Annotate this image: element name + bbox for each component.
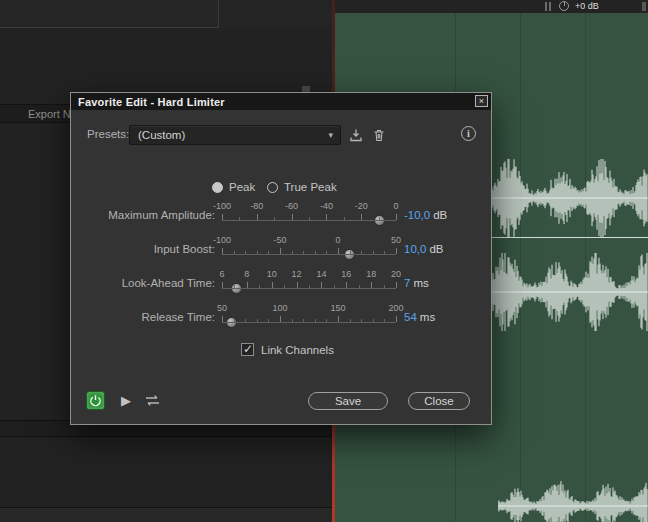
tick-label: 0: [393, 201, 398, 211]
tick-label: 200: [388, 303, 403, 313]
tick-label: 50: [217, 303, 227, 313]
tick-label: 6: [219, 269, 224, 279]
check-icon: ✓: [243, 342, 253, 356]
trash-icon: [372, 128, 386, 142]
tick-mark: [396, 282, 397, 288]
slider-value[interactable]: 10,0dB: [404, 243, 443, 255]
tick-mark-minor: [292, 319, 293, 322]
tick-mark-minor: [350, 319, 351, 322]
slider-thumb[interactable]: [231, 283, 242, 294]
tick-label: -100: [213, 235, 231, 245]
tick-mark: [346, 282, 347, 288]
tick-mark: [280, 316, 281, 322]
tick-mark-minor: [373, 251, 374, 254]
slider-thumb[interactable]: [226, 317, 237, 328]
tick-mark-minor: [257, 251, 258, 254]
slider-track[interactable]: [222, 213, 396, 221]
tick-mark-minor: [315, 251, 316, 254]
slider-track[interactable]: [222, 281, 396, 289]
value-unit: dB: [429, 243, 443, 255]
tick-mark: [321, 282, 322, 288]
slider-ruler: -100-80-60-40-200: [222, 201, 396, 212]
link-channels-checkbox[interactable]: ✓ Link Channels: [241, 343, 334, 356]
tick-label: -20: [355, 201, 368, 211]
slider-row-release-time: Release Time: 50100150200 54ms: [71, 305, 493, 337]
slider-label: Maximum Amplitude:: [71, 209, 215, 221]
close-icon[interactable]: ×: [475, 95, 488, 107]
tick-label: 50: [391, 235, 401, 245]
save-preset-icon: [349, 128, 363, 142]
export-button[interactable]: Export N: [28, 108, 71, 120]
presets-dropdown[interactable]: (Custom) ▾: [129, 125, 341, 145]
tick-mark-minor: [384, 285, 385, 288]
presets-label: Presets:: [87, 128, 129, 140]
tick-mark-minor: [259, 285, 260, 288]
dialog-title: Favorite Edit - Hard Limiter: [78, 96, 225, 108]
tick-mark: [222, 248, 223, 254]
slider-track[interactable]: [222, 315, 396, 323]
delete-preset-button[interactable]: [370, 126, 388, 144]
gain-readout[interactable]: +0 dB: [575, 1, 599, 11]
audition-window: Export N +0 dB Favorite Edit - Hard Limi…: [0, 0, 648, 522]
slider-ruler: 50100150200: [222, 303, 396, 314]
checkbox-icon: ✓: [241, 343, 254, 356]
slider-label: Look-Ahead Time:: [71, 277, 215, 289]
tick-mark-minor: [373, 319, 374, 322]
tick-mark: [257, 214, 258, 220]
power-toggle-button[interactable]: [86, 391, 105, 410]
tick-mark-minor: [361, 251, 362, 254]
tick-mark: [396, 316, 397, 322]
tick-label: -50: [273, 235, 286, 245]
tick-label: 100: [272, 303, 287, 313]
loop-icon: [144, 394, 161, 407]
tick-mark-minor: [292, 251, 293, 254]
slider-value[interactable]: 7ms: [404, 277, 429, 289]
slider-value[interactable]: -10,0dB: [404, 209, 447, 221]
info-button[interactable]: i: [461, 126, 476, 141]
tick-mark: [247, 282, 248, 288]
slider-track[interactable]: [222, 247, 396, 255]
tick-label: 8: [244, 269, 249, 279]
radio-peak-label: Peak: [229, 181, 255, 193]
tick-mark-minor: [326, 251, 327, 254]
tick-mark-minor: [234, 285, 235, 288]
save-button[interactable]: Save: [308, 392, 388, 410]
slider-value[interactable]: 54ms: [404, 311, 435, 323]
tick-mark: [297, 282, 298, 288]
save-preset-button[interactable]: [347, 126, 365, 144]
tick-mark: [396, 248, 397, 254]
tick-mark-minor: [309, 285, 310, 288]
close-button[interactable]: Close: [408, 392, 470, 410]
tick-label: 10: [267, 269, 277, 279]
preview-play-button[interactable]: ▶: [121, 392, 131, 409]
volume-knob-icon[interactable]: [559, 1, 569, 11]
value-unit: ms: [420, 311, 435, 323]
toolbar-scrollbar[interactable]: [642, 2, 646, 11]
power-icon: [89, 394, 102, 407]
slider-label: Input Boost:: [71, 243, 215, 255]
tick-mark-minor: [350, 251, 351, 254]
radio-true-peak[interactable]: True Peak: [267, 181, 337, 193]
tick-mark-minor: [334, 285, 335, 288]
checkbox-label: Link Channels: [261, 344, 334, 356]
value-number[interactable]: -10,0: [404, 209, 430, 221]
loop-playback-button[interactable]: [143, 393, 161, 408]
radio-peak[interactable]: Peak: [212, 181, 255, 193]
slider-row-input-boost: Input Boost: -100-50050 10,0dB: [71, 237, 493, 269]
tick-label: 18: [366, 269, 376, 279]
tick-label: -60: [285, 201, 298, 211]
tick-mark: [396, 214, 397, 220]
value-number[interactable]: 7: [404, 277, 410, 289]
tick-mark: [222, 316, 223, 322]
tick-mark-minor: [379, 217, 380, 220]
value-number[interactable]: 54: [404, 311, 417, 323]
dialog-body: Presets: (Custom) ▾ i Peak: [71, 110, 491, 424]
tick-label: -100: [213, 201, 231, 211]
dialog-title-bar[interactable]: Favorite Edit - Hard Limiter ×: [71, 93, 491, 110]
tick-mark-minor: [344, 217, 345, 220]
panel-header: [0, 0, 219, 28]
waveform-bottom[interactable]: [498, 478, 648, 522]
value-number[interactable]: 10,0: [404, 243, 426, 255]
tick-mark: [338, 248, 339, 254]
chevron-down-icon: ▾: [328, 130, 333, 140]
